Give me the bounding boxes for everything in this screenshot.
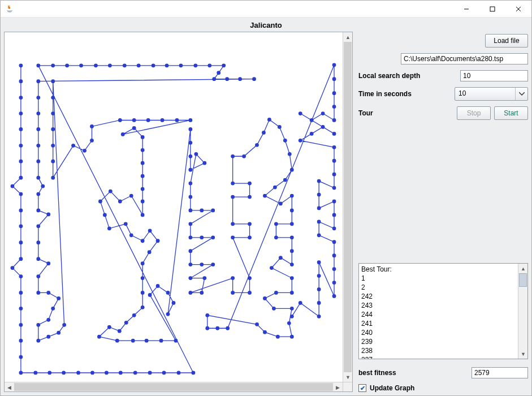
load-file-button[interactable]: Load file bbox=[485, 34, 528, 48]
svg-point-45 bbox=[137, 63, 141, 67]
svg-point-158 bbox=[211, 262, 215, 266]
scroll-down-icon[interactable]: ▼ bbox=[343, 372, 353, 382]
svg-point-128 bbox=[107, 325, 111, 329]
svg-point-38 bbox=[36, 63, 40, 67]
svg-point-126 bbox=[124, 321, 128, 325]
local-search-label: Local search depth bbox=[358, 72, 460, 80]
svg-point-181 bbox=[283, 139, 287, 143]
svg-point-4 bbox=[19, 63, 23, 67]
svg-point-39 bbox=[51, 63, 55, 67]
stop-button[interactable]: Stop bbox=[457, 106, 491, 120]
svg-point-218 bbox=[321, 111, 325, 115]
best-fitness-field[interactable] bbox=[472, 367, 528, 378]
svg-point-42 bbox=[94, 63, 98, 67]
svg-point-71 bbox=[46, 261, 50, 265]
svg-point-212 bbox=[226, 326, 230, 330]
svg-point-156 bbox=[189, 262, 193, 266]
svg-point-147 bbox=[189, 195, 193, 199]
svg-point-89 bbox=[51, 176, 55, 180]
svg-point-47 bbox=[165, 63, 169, 67]
java-icon bbox=[5, 5, 14, 14]
svg-point-151 bbox=[189, 222, 193, 226]
svg-point-123 bbox=[141, 291, 145, 295]
svg-point-94 bbox=[118, 118, 122, 122]
update-graph-row[interactable]: ✔ Update Graph bbox=[358, 384, 528, 392]
svg-point-104 bbox=[141, 161, 145, 165]
svg-point-230 bbox=[317, 193, 321, 197]
svg-point-221 bbox=[332, 132, 336, 136]
scroll-left-icon[interactable]: ◀ bbox=[5, 382, 14, 392]
svg-point-46 bbox=[152, 63, 155, 67]
svg-point-98 bbox=[175, 118, 179, 122]
svg-point-27 bbox=[47, 371, 51, 375]
svg-point-34 bbox=[148, 371, 152, 375]
svg-point-121 bbox=[141, 261, 145, 265]
scroll-down-icon[interactable]: ▼ bbox=[518, 349, 528, 359]
svg-point-119 bbox=[156, 239, 160, 243]
tour-vertical-scrollbar[interactable]: ▲ ▼ bbox=[518, 264, 527, 359]
file-path-field[interactable] bbox=[401, 53, 528, 64]
graph-horizontal-scrollbar[interactable]: ◀ ▶ bbox=[5, 382, 352, 391]
svg-point-209 bbox=[205, 313, 209, 317]
svg-point-69 bbox=[36, 240, 40, 244]
svg-point-56 bbox=[252, 77, 256, 81]
tour-output-text[interactable]: Best Tour: 1 2 242 243 244 241 240 239 2… bbox=[359, 264, 518, 359]
maximize-button[interactable] bbox=[479, 1, 505, 18]
svg-point-65 bbox=[36, 192, 40, 196]
svg-rect-1 bbox=[490, 7, 495, 11]
svg-point-14 bbox=[19, 209, 23, 213]
svg-point-112 bbox=[98, 200, 102, 204]
close-button[interactable] bbox=[505, 1, 531, 18]
svg-point-66 bbox=[36, 209, 40, 213]
tour-output-area: Best Tour: 1 2 242 243 244 241 240 239 2… bbox=[358, 263, 528, 359]
svg-point-204 bbox=[287, 321, 291, 325]
svg-point-31 bbox=[105, 371, 109, 375]
start-button[interactable]: Start bbox=[494, 106, 528, 120]
svg-point-16 bbox=[19, 240, 23, 244]
svg-point-125 bbox=[132, 313, 136, 317]
svg-point-29 bbox=[76, 371, 80, 375]
svg-point-223 bbox=[310, 132, 314, 136]
time-combo[interactable]: 10 bbox=[455, 87, 528, 101]
svg-point-161 bbox=[200, 291, 204, 295]
svg-point-237 bbox=[332, 240, 336, 244]
svg-point-11 bbox=[19, 176, 23, 180]
svg-point-153 bbox=[200, 235, 204, 239]
minimize-button[interactable] bbox=[453, 1, 479, 18]
svg-point-224 bbox=[299, 139, 302, 143]
graph-canvas[interactable] bbox=[5, 32, 343, 382]
svg-point-73 bbox=[36, 291, 40, 295]
svg-point-81 bbox=[57, 331, 60, 335]
svg-point-105 bbox=[141, 174, 145, 178]
svg-point-243 bbox=[317, 274, 321, 278]
svg-point-141 bbox=[189, 141, 193, 145]
svg-point-211 bbox=[215, 326, 219, 330]
svg-point-26 bbox=[33, 371, 37, 375]
svg-point-59 bbox=[36, 111, 40, 115]
update-graph-checkbox[interactable]: ✔ bbox=[358, 384, 366, 392]
scroll-right-icon[interactable]: ▶ bbox=[333, 382, 343, 392]
svg-point-9 bbox=[19, 144, 23, 148]
svg-point-96 bbox=[146, 118, 150, 122]
svg-point-136 bbox=[156, 284, 160, 288]
svg-point-102 bbox=[141, 135, 145, 139]
local-search-input[interactable] bbox=[460, 70, 528, 81]
svg-point-86 bbox=[51, 127, 55, 131]
svg-point-173 bbox=[248, 182, 252, 186]
svg-point-93 bbox=[90, 124, 94, 128]
svg-point-169 bbox=[248, 222, 252, 226]
svg-point-22 bbox=[19, 323, 23, 327]
svg-point-194 bbox=[290, 249, 294, 253]
svg-point-91 bbox=[83, 149, 86, 153]
graph-vertical-scrollbar[interactable]: ▲ ▼ bbox=[343, 32, 352, 382]
svg-point-206 bbox=[276, 335, 280, 339]
scroll-up-icon[interactable]: ▲ bbox=[518, 264, 528, 273]
svg-point-36 bbox=[177, 371, 181, 375]
svg-point-139 bbox=[166, 312, 170, 316]
svg-point-53 bbox=[212, 77, 216, 81]
svg-point-178 bbox=[262, 131, 266, 135]
svg-point-48 bbox=[179, 63, 183, 67]
scroll-up-icon[interactable]: ▲ bbox=[343, 32, 353, 42]
svg-point-134 bbox=[174, 339, 178, 343]
svg-point-135 bbox=[148, 293, 152, 297]
